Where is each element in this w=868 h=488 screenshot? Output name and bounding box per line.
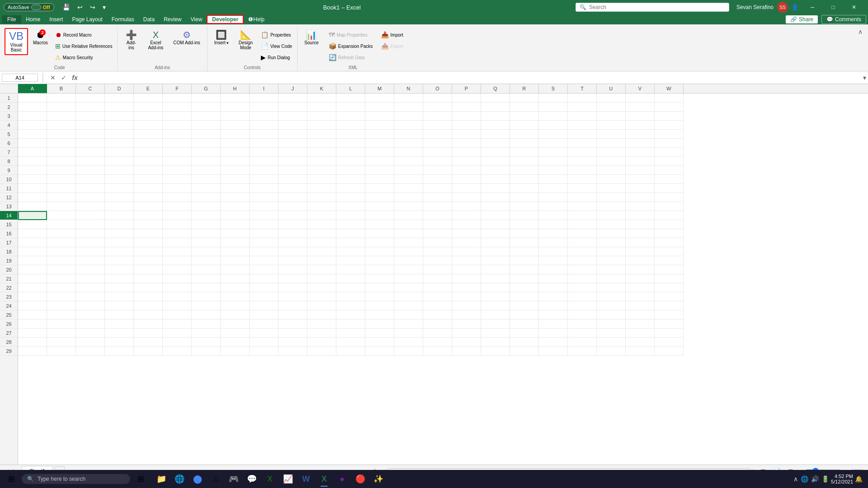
cell-R8[interactable] <box>510 157 539 166</box>
cell-P17[interactable] <box>452 238 481 247</box>
cell-U15[interactable] <box>597 220 626 229</box>
cell-J20[interactable] <box>278 265 307 274</box>
cell-G14[interactable] <box>192 211 221 220</box>
cell-V20[interactable] <box>626 265 655 274</box>
cell-B11[interactable] <box>47 184 76 193</box>
cell-N22[interactable] <box>394 283 423 292</box>
taskbar-app-sparkle[interactable]: ✨ <box>370 470 387 488</box>
cell-K11[interactable] <box>307 184 336 193</box>
run-dialog-button[interactable]: ▶ Run Dialog <box>259 52 294 62</box>
cell-V19[interactable] <box>626 256 655 265</box>
cell-L13[interactable] <box>336 202 365 211</box>
cell-E2[interactable] <box>134 103 163 112</box>
cell-B7[interactable] <box>47 148 76 157</box>
cell-I9[interactable] <box>250 166 278 175</box>
cell-M3[interactable] <box>365 112 394 121</box>
cell-E18[interactable] <box>134 247 163 256</box>
cell-J24[interactable] <box>278 301 307 310</box>
cell-K23[interactable] <box>307 292 336 301</box>
formula-expand-button[interactable]: ▾ <box>863 74 866 81</box>
cell-C20[interactable] <box>76 265 105 274</box>
cell-A17[interactable] <box>18 238 47 247</box>
cell-L16[interactable] <box>336 229 365 238</box>
cell-V4[interactable] <box>626 121 655 130</box>
cell-I20[interactable] <box>250 265 278 274</box>
cell-A16[interactable] <box>18 229 47 238</box>
cell-I17[interactable] <box>250 238 278 247</box>
cell-M7[interactable] <box>365 148 394 157</box>
cell-O21[interactable] <box>423 274 452 283</box>
cell-V9[interactable] <box>626 166 655 175</box>
cell-U10[interactable] <box>597 175 626 184</box>
cell-Q14[interactable] <box>481 211 510 220</box>
cell-K1[interactable] <box>307 94 336 103</box>
cell-W24[interactable] <box>655 301 684 310</box>
cell-H13[interactable] <box>221 202 250 211</box>
cell-S29[interactable] <box>539 347 568 356</box>
macro-security-button[interactable]: ⚠ Macro Security <box>53 52 115 62</box>
cell-M18[interactable] <box>365 247 394 256</box>
cell-D23[interactable] <box>105 292 134 301</box>
cell-A2[interactable] <box>18 103 47 112</box>
cell-D1[interactable] <box>105 94 134 103</box>
cell-B19[interactable] <box>47 256 76 265</box>
cell-H25[interactable] <box>221 310 250 319</box>
cell-E8[interactable] <box>134 157 163 166</box>
cell-O19[interactable] <box>423 256 452 265</box>
cell-F18[interactable] <box>163 247 192 256</box>
cell-A3[interactable] <box>18 112 47 121</box>
cell-I29[interactable] <box>250 347 278 356</box>
cell-B18[interactable] <box>47 247 76 256</box>
cell-T15[interactable] <box>568 220 597 229</box>
col-header-U[interactable]: U <box>597 84 626 93</box>
menu-home[interactable]: Home <box>21 15 45 23</box>
cell-G29[interactable] <box>192 347 221 356</box>
cell-K16[interactable] <box>307 229 336 238</box>
cell-T28[interactable] <box>568 338 597 347</box>
design-mode-button[interactable]: 📐 DesignMode <box>235 28 257 52</box>
cell-C18[interactable] <box>76 247 105 256</box>
cell-E4[interactable] <box>134 121 163 130</box>
row-number-23[interactable]: 23 <box>0 292 18 301</box>
cell-L22[interactable] <box>336 283 365 292</box>
cell-J18[interactable] <box>278 247 307 256</box>
formula-input[interactable] <box>81 74 861 82</box>
cell-R12[interactable] <box>510 193 539 202</box>
cell-S9[interactable] <box>539 166 568 175</box>
cell-R5[interactable] <box>510 130 539 139</box>
cell-O5[interactable] <box>423 130 452 139</box>
cell-J23[interactable] <box>278 292 307 301</box>
cell-V12[interactable] <box>626 193 655 202</box>
cell-K28[interactable] <box>307 338 336 347</box>
row-number-22[interactable]: 22 <box>0 283 18 292</box>
cell-G5[interactable] <box>192 130 221 139</box>
cell-W12[interactable] <box>655 193 684 202</box>
cell-L4[interactable] <box>336 121 365 130</box>
cell-Q26[interactable] <box>481 319 510 328</box>
row-number-21[interactable]: 21 <box>0 274 18 283</box>
cell-S27[interactable] <box>539 328 568 338</box>
cell-I13[interactable] <box>250 202 278 211</box>
cell-P20[interactable] <box>452 265 481 274</box>
cell-R9[interactable] <box>510 166 539 175</box>
cell-H8[interactable] <box>221 157 250 166</box>
cell-K25[interactable] <box>307 310 336 319</box>
cell-K14[interactable] <box>307 211 336 220</box>
cell-P6[interactable] <box>452 139 481 148</box>
cell-D8[interactable] <box>105 157 134 166</box>
minimize-button[interactable]: ─ <box>802 0 823 14</box>
cell-S14[interactable] <box>539 211 568 220</box>
cell-F20[interactable] <box>163 265 192 274</box>
cell-I28[interactable] <box>250 338 278 347</box>
cell-J21[interactable] <box>278 274 307 283</box>
battery-icon[interactable]: 🔋 <box>821 475 829 483</box>
cell-T18[interactable] <box>568 247 597 256</box>
import-button[interactable]: 📥 Import <box>379 30 406 40</box>
row-number-8[interactable]: 8 <box>0 157 18 166</box>
cell-F26[interactable] <box>163 319 192 328</box>
cell-L3[interactable] <box>336 112 365 121</box>
cell-S28[interactable] <box>539 338 568 347</box>
cell-C16[interactable] <box>76 229 105 238</box>
cell-I19[interactable] <box>250 256 278 265</box>
cell-P5[interactable] <box>452 130 481 139</box>
